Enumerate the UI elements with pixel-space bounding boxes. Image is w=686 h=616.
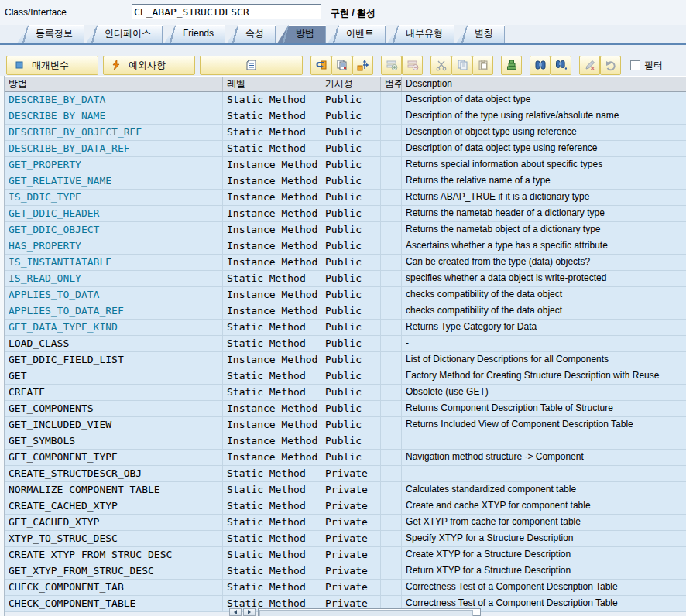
column-header-method[interactable]: 방법 (5, 77, 223, 91)
table-row[interactable]: DESCRIBE_BY_NAME Static Method Public De… (5, 108, 686, 125)
method-cell[interactable]: DESCRIBE_BY_OBJECT_REF (5, 125, 223, 140)
method-cell[interactable]: GET_INCLUDED_VIEW (5, 417, 223, 433)
method-cell[interactable]: LOAD_CLASS (5, 336, 223, 351)
exceptions-button[interactable]: 예외사항 (103, 56, 195, 75)
table-row[interactable]: GET_RELATIVE_NAME Instance Method Public… (5, 173, 686, 190)
tab[interactable]: 등록정보 (17, 25, 84, 43)
method-cell[interactable]: GET_CACHED_XTYP (5, 515, 223, 530)
table-row[interactable]: CREATE_STRUCTDESCR_OBJ Static Method Pri… (5, 466, 686, 482)
insert-row-button[interactable] (381, 56, 402, 75)
tab[interactable]: 방법 (277, 25, 326, 43)
find-next-button[interactable] (551, 56, 571, 75)
method-cell[interactable]: GET_DDIC_FIELD_LIST (5, 352, 223, 368)
table-row[interactable]: CREATE_XTYP_FROM_STRUC_DESC Static Metho… (5, 547, 686, 563)
method-cell[interactable]: HAS_PROPERTY (5, 238, 223, 254)
table-row[interactable]: IS_READ_ONLY Static Method Public specif… (5, 271, 686, 287)
table-row[interactable]: NORMALIZE_COMPONENT_TABLE Static Method … (5, 482, 686, 498)
table-row[interactable]: GET_SYMBOLS Instance Method Public (5, 433, 686, 450)
scroll-right-button[interactable] (243, 608, 256, 616)
tab[interactable]: 내부유형 (387, 25, 454, 43)
method-cell[interactable]: CREATE_STRUCTDESCR_OBJ (5, 466, 223, 481)
delete-row-button[interactable] (402, 56, 423, 75)
method-cell[interactable]: IS_DDIC_TYPE (5, 190, 223, 205)
table-row[interactable]: GET_INCLUDED_VIEW Instance Method Public… (5, 417, 686, 433)
method-cell[interactable]: CHECK_COMPONENT_TABLE (5, 596, 223, 611)
method-cell[interactable]: CREATE_CACHED_XTYP (5, 498, 223, 514)
detail-view-button[interactable] (200, 56, 303, 75)
table-row[interactable]: XTYP_TO_STRUC_DESC Static Method Private… (5, 531, 686, 547)
move-button[interactable] (352, 56, 373, 75)
table-row[interactable]: IS_DDIC_TYPE Instance Method Public Retu… (5, 190, 686, 206)
column-header-visibility[interactable]: 가시성 (321, 77, 381, 91)
table-row[interactable]: GET_DDIC_OBJECT Instance Method Public R… (5, 222, 686, 238)
method-cell[interactable]: GET_RELATIVE_NAME (5, 173, 223, 189)
copy-button[interactable] (451, 56, 472, 75)
table-row[interactable]: DESCRIBE_BY_OBJECT_REF Static Method Pub… (5, 125, 686, 141)
table-row[interactable]: DESCRIBE_BY_DATA Static Method Public De… (5, 92, 686, 108)
class-name-input[interactable] (132, 4, 321, 19)
table-row[interactable]: APPLIES_TO_DATA_REF Instance Method Publ… (5, 303, 686, 320)
method-cell[interactable]: GET_XTYP_FROM_STRUC_DESC (5, 563, 223, 579)
undo-button[interactable] (600, 56, 621, 75)
method-cell[interactable]: GET_COMPONENTS (5, 401, 223, 416)
paste-button[interactable] (472, 56, 493, 75)
method-cell[interactable]: CREATE (5, 385, 223, 400)
method-cell[interactable]: GET_DATA_TYPE_KIND (5, 320, 223, 335)
parameters-button[interactable]: 매개변수 (6, 56, 98, 75)
category-cell (381, 547, 402, 563)
table-row[interactable]: GET_PROPERTY Instance Method Public Retu… (5, 157, 686, 173)
method-cell[interactable]: IS_INSTANTIATABLE (5, 255, 223, 270)
sort-button[interactable] (501, 56, 522, 75)
table-row[interactable]: DESCRIBE_BY_DATA_REF Static Method Publi… (5, 141, 686, 157)
table-row[interactable]: GET_DDIC_FIELD_LIST Instance Method Publ… (5, 352, 686, 368)
table-row[interactable]: CREATE Static Method Public Obsolete (us… (5, 385, 686, 401)
table-row[interactable]: APPLIES_TO_DATA Instance Method Public c… (5, 287, 686, 303)
method-cell[interactable]: IS_READ_ONLY (5, 271, 223, 286)
method-cell[interactable]: GET_DDIC_HEADER (5, 206, 223, 221)
find-button[interactable] (530, 56, 551, 75)
table-row[interactable]: CREATE_CACHED_XTYP Static Method Private… (5, 498, 686, 515)
filter-checkbox[interactable] (630, 60, 640, 70)
table-row[interactable]: GET_DDIC_HEADER Instance Method Public R… (5, 206, 686, 222)
column-header-category[interactable]: 범주 (381, 77, 402, 91)
method-cell[interactable]: GET_SYMBOLS (5, 433, 223, 449)
method-cell[interactable]: NORMALIZE_COMPONENT_TABLE (5, 482, 223, 498)
table-row[interactable]: GET Static Method Public Factory Method … (5, 368, 686, 385)
tab[interactable]: 속성 (227, 25, 276, 43)
method-cell[interactable]: CREATE_XTYP_FROM_STRUC_DESC (5, 547, 223, 563)
method-cell[interactable]: DESCRIBE_BY_DATA (5, 92, 223, 108)
method-cell[interactable]: GET_COMPONENT_TYPE (5, 450, 223, 465)
column-header-description[interactable]: Description (402, 77, 686, 91)
method-cell[interactable]: DESCRIBE_BY_NAME (5, 108, 223, 124)
tab[interactable]: 이벤트 (328, 25, 386, 43)
table-row[interactable]: GET_XTYP_FROM_STRUC_DESC Static Method P… (5, 563, 686, 580)
tab[interactable]: 인터페이스 (86, 25, 163, 43)
cut-button[interactable] (430, 56, 451, 75)
method-cell[interactable]: DESCRIBE_BY_DATA_REF (5, 141, 223, 156)
method-cell[interactable]: APPLIES_TO_DATA_REF (5, 303, 223, 319)
level-cell: Static Method (223, 271, 321, 286)
tab[interactable]: 별칭 (456, 25, 505, 43)
method-cell[interactable]: GET (5, 368, 223, 384)
scrollbar-track[interactable] (258, 608, 481, 616)
method-cell[interactable]: GET_PROPERTY (5, 157, 223, 173)
method-cell[interactable]: APPLIES_TO_DATA (5, 287, 223, 303)
table-row[interactable]: GET_COMPONENTS Instance Method Public Re… (5, 401, 686, 417)
tab[interactable]: Friends (164, 25, 225, 43)
scrollbar-thumb[interactable] (259, 610, 473, 616)
copy-view-button[interactable] (331, 56, 352, 75)
method-cell[interactable]: CHECK_COMPONENT_TAB (5, 580, 223, 595)
table-row[interactable]: GET_CACHED_XTYP Static Method Private Ge… (5, 515, 686, 531)
table-row[interactable]: CHECK_COMPONENT_TAB Static Method Privat… (5, 580, 686, 596)
sync-button[interactable] (310, 56, 331, 75)
table-row[interactable]: IS_INSTANTIATABLE Instance Method Public… (5, 255, 686, 271)
edit-button[interactable] (579, 56, 600, 75)
method-cell[interactable]: XTYP_TO_STRUC_DESC (5, 531, 223, 546)
table-row[interactable]: HAS_PROPERTY Instance Method Public Asce… (5, 238, 686, 255)
table-row[interactable]: GET_COMPONENT_TYPE Instance Method Publi… (5, 450, 686, 466)
scroll-left-button[interactable] (229, 608, 242, 616)
table-row[interactable]: GET_DATA_TYPE_KIND Static Method Public … (5, 320, 686, 336)
method-cell[interactable]: GET_DDIC_OBJECT (5, 222, 223, 238)
table-row[interactable]: LOAD_CLASS Static Method Public - (5, 336, 686, 352)
column-header-level[interactable]: 레벨 (223, 77, 321, 91)
